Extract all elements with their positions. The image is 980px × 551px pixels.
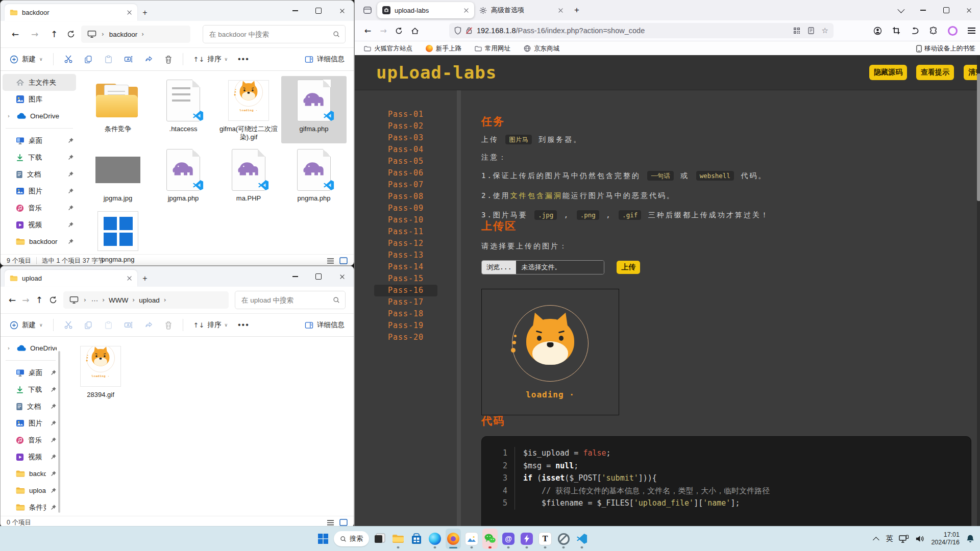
taskbar-slashed-circle-app-icon[interactable] — [556, 529, 571, 549]
new-tab-button[interactable]: + — [137, 4, 153, 21]
paste-icon[interactable] — [104, 55, 113, 64]
sidebar-item-文档[interactable]: 文档 — [3, 166, 76, 183]
pass-link-Pass-08[interactable]: Pass-08 — [355, 191, 457, 203]
ime-indicator[interactable]: 英 — [886, 534, 893, 543]
network-icon[interactable] — [899, 535, 909, 543]
pass-link-Pass-18[interactable]: Pass-18 — [355, 308, 457, 320]
clock[interactable]: 17:01 2024/7/16 — [931, 531, 960, 546]
pass-link-Pass-04[interactable]: Pass-04 — [355, 144, 457, 156]
breadcrumb[interactable]: › ··· › WWW › upload › — [63, 291, 229, 309]
explorer-tab-backdoor[interactable]: backdoor — [5, 4, 137, 21]
file-条件竞争[interactable]: 条件竞争 — [85, 76, 151, 143]
search-input[interactable] — [208, 30, 333, 39]
delete-icon[interactable] — [164, 321, 173, 330]
back-button[interactable]: ← — [9, 295, 16, 305]
pass-link-Pass-14[interactable]: Pass-14 — [355, 261, 457, 273]
minimize-button[interactable] — [912, 0, 935, 20]
back-button[interactable]: ← — [360, 23, 376, 38]
file-jpgma.php[interactable]: jpgma.php — [151, 145, 216, 205]
more-options-icon[interactable]: ••• — [238, 55, 250, 64]
list-view-icon[interactable] — [327, 258, 334, 264]
pass-link-Pass-17[interactable]: Pass-17 — [355, 296, 457, 308]
maximize-button[interactable] — [307, 266, 330, 287]
taskbar-microsoft-store-icon[interactable] — [409, 529, 424, 549]
home-button[interactable] — [407, 23, 423, 38]
file-jpgma.jpg[interactable]: jpgma.jpg — [85, 145, 151, 205]
firefox-view-icon[interactable] — [360, 3, 375, 18]
inline-link[interactable]: 文件包含漏洞 — [510, 191, 562, 199]
chevron-right-icon[interactable]: › — [6, 113, 12, 119]
taskbar-task-view-icon[interactable] — [372, 529, 387, 549]
pass-link-Pass-06[interactable]: Pass-06 — [355, 167, 457, 179]
pass-link-Pass-05[interactable]: Pass-05 — [355, 156, 457, 167]
breadcrumb[interactable]: › backdoor › — [81, 26, 190, 43]
more-options-icon[interactable]: ••• — [238, 320, 250, 330]
sidebar-item-upload[interactable]: upload — [3, 482, 59, 499]
pass-link-Pass-20[interactable]: Pass-20 — [355, 332, 457, 343]
refresh-icon[interactable] — [67, 30, 75, 38]
proxy-extension-icon[interactable] — [948, 26, 958, 36]
taskbar-purple-swirl-app-icon[interactable]: @ — [501, 529, 516, 549]
maximize-button[interactable] — [307, 1, 330, 21]
upload-submit-button[interactable]: 上传 — [617, 261, 640, 274]
file-gifma.php[interactable]: gifma.php — [281, 76, 347, 143]
minimize-button[interactable] — [283, 1, 307, 21]
up-button[interactable]: ↑ — [36, 295, 43, 305]
breadcrumb-item[interactable]: upload — [139, 296, 160, 304]
sidebar-item-下载[interactable]: 下载 — [3, 381, 59, 398]
taskbar-photos-icon[interactable] — [464, 529, 479, 549]
mobile-bookmarks[interactable]: 移动设备上的书签 — [916, 44, 975, 53]
sidebar-item-音乐[interactable]: 音乐 — [3, 432, 59, 448]
sidebar-item-桌面[interactable]: 桌面 — [3, 364, 59, 381]
pass-link-Pass-12[interactable]: Pass-12 — [355, 238, 457, 249]
copy-icon[interactable] — [84, 55, 93, 64]
file-pngma.php[interactable]: pngma.php — [281, 145, 347, 205]
close-button[interactable] — [958, 0, 980, 20]
hide-source-button[interactable]: 隐藏源码 — [869, 65, 907, 80]
forward-button[interactable]: → — [28, 29, 41, 39]
view-hint-button[interactable]: 查看提示 — [916, 65, 954, 80]
tab-close-icon[interactable] — [558, 8, 564, 13]
sort-button[interactable]: ↑↓ 排序 ∨ — [193, 320, 228, 330]
rename-icon[interactable] — [124, 320, 133, 330]
new-tab-button[interactable]: + — [569, 2, 585, 18]
new-tab-button[interactable]: + — [137, 270, 153, 287]
sidebar-item-主文件夹[interactable]: 主文件夹 — [3, 74, 76, 91]
page-scrollbar-thumb[interactable] — [977, 73, 980, 201]
breadcrumb-item[interactable]: backdoor — [109, 31, 138, 38]
restore-session-icon[interactable] — [911, 27, 919, 35]
taskbar-search[interactable]: 搜索 — [334, 531, 369, 546]
breadcrumb-item[interactable]: ··· — [91, 296, 99, 304]
taskbar-typora-icon[interactable]: T — [537, 529, 553, 549]
rename-icon[interactable] — [124, 55, 133, 64]
shield-icon[interactable] — [454, 27, 461, 35]
copy-icon[interactable] — [84, 321, 93, 330]
sidebar-item-下载[interactable]: 下载 — [3, 149, 76, 166]
tab-advanced-preferences[interactable]: 高级首选项 — [474, 2, 569, 18]
reader-mode-icon[interactable] — [807, 27, 815, 34]
notification-bell-icon[interactable] — [966, 534, 975, 544]
search-box[interactable] — [235, 291, 346, 309]
pass-link-Pass-03[interactable]: Pass-03 — [355, 132, 457, 144]
file-gifma(可绕过二次渲染).gif[interactable]: loading ·gifma(可绕过二次渲染).gif — [216, 76, 281, 143]
sidebar-item-条件竞争[interactable]: 条件竞争 — [3, 499, 59, 516]
pass-link-Pass-11[interactable]: Pass-11 — [355, 226, 457, 238]
file-input[interactable]: 未选择文件。 — [516, 261, 604, 274]
sidebar-item-音乐[interactable]: 音乐 — [3, 199, 76, 216]
pass-link-Pass-13[interactable]: Pass-13 — [355, 249, 457, 261]
share-icon[interactable] — [144, 321, 153, 330]
list-view-icon[interactable] — [327, 519, 334, 526]
delete-icon[interactable] — [164, 55, 173, 64]
paste-icon[interactable] — [104, 321, 113, 330]
taskbar-edge-icon[interactable] — [427, 529, 443, 549]
cut-icon[interactable] — [64, 320, 73, 330]
bookmark-star-icon[interactable]: ☆ — [822, 26, 828, 35]
back-button[interactable]: ← — [9, 29, 22, 39]
minimize-button[interactable] — [283, 266, 307, 287]
new-button[interactable]: 新建 ∨ — [10, 55, 43, 64]
file-ma.PHP[interactable]: ma.PHP — [216, 145, 281, 205]
insecure-lock-icon[interactable] — [465, 27, 473, 35]
taskbar-firefox-icon[interactable] — [446, 529, 461, 549]
bookmark-京东商城[interactable]: 京东商城 — [524, 44, 559, 53]
sidebar-item-图片[interactable]: 图片 — [3, 183, 76, 199]
